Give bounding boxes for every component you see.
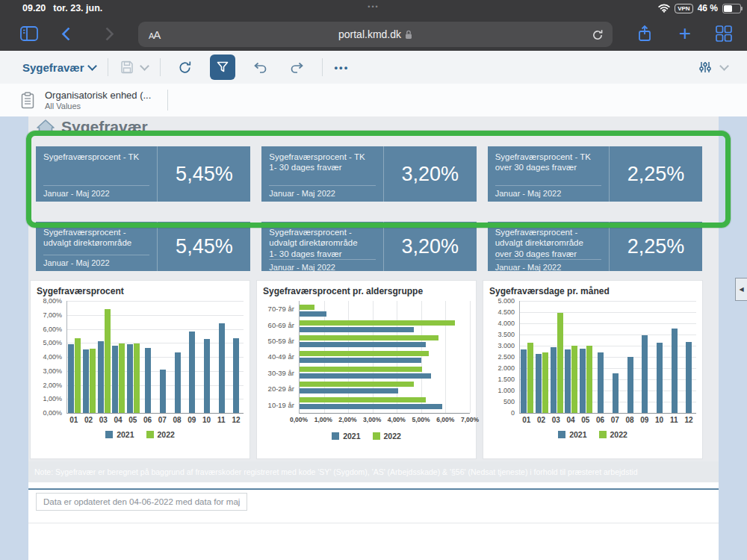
kpi-period: Januar - Maj 2022 <box>495 185 601 198</box>
kpi-card[interactable]: Sygefraværsprocent -udvalgt direktørområ… <box>261 222 476 271</box>
kpi-card[interactable]: Sygefraværsprocent - TKJanuar - Maj 2022… <box>36 146 250 202</box>
chart-panel[interactable]: Sygefraværsdage pr. måned 5.0004.5004.00… <box>483 280 703 459</box>
filter-value: All Values <box>45 102 151 111</box>
status-bar: 09.20 tor. 23. jun. ••• VPN 46 % <box>0 0 747 16</box>
tabs-icon[interactable] <box>711 21 737 46</box>
redo-button[interactable] <box>285 55 310 80</box>
report-content: Sygefravær Sygefraværsprocent - TKJanuar… <box>0 116 747 560</box>
data-updated-label: Data er opdateret den 04-06-2022 med dat… <box>36 493 247 511</box>
legend-item[interactable]: 2022 <box>373 432 401 441</box>
toolbar-divider <box>322 58 323 76</box>
y-axis: 8,00%7,00%6,00%5,00%4,00%3,00%2,00%1,00%… <box>37 301 66 413</box>
kpi-title: Sygefraværsprocent -udvalgt direktørområ… <box>495 227 601 259</box>
kpi-title: Sygefraværsprocent - TK1- 30 dages fravæ… <box>269 152 375 185</box>
share-icon[interactable] <box>632 21 657 46</box>
chart-panel[interactable]: Sygefraværsprocent 8,00%7,00%6,00%5,00%4… <box>30 280 250 459</box>
note-text: Note: Sygefravær er beregnet på baggrund… <box>34 467 638 476</box>
reload-icon[interactable] <box>590 28 605 43</box>
kpi-value: 2,25% <box>627 235 685 258</box>
kpi-card[interactable]: Sygefraværsprocent - TK1- 30 dages fravæ… <box>261 146 476 202</box>
chart-panel[interactable]: Sygefraværsprocent pr. aldersgruppe 70-7… <box>256 280 477 459</box>
legend-item[interactable]: 2022 <box>146 430 175 439</box>
bar <box>83 349 89 413</box>
chart-legend: 20212022 <box>37 430 244 439</box>
url-text: portal.kmd.dk <box>338 28 401 40</box>
bar <box>627 357 633 413</box>
footer-divider <box>28 488 719 490</box>
filter-org-unit[interactable]: Organisatorisk enhed (... All Values <box>21 90 151 111</box>
y-axis: 5.0004.5004.0003.5003.0002.5002.0001.500… <box>489 301 519 413</box>
kpi-card[interactable]: Sygefraværsprocent -udvalgt direktørområ… <box>36 222 250 271</box>
bar <box>204 339 210 413</box>
bar <box>160 370 166 414</box>
plot-area <box>519 301 696 414</box>
save-icon <box>120 60 134 74</box>
page-title: Sygefravær <box>61 118 148 136</box>
collapse-arrow-icon[interactable]: ◀ <box>735 278 747 301</box>
kpi-card[interactable]: Sygefraværsprocent - TKover 30 dages fra… <box>488 146 702 202</box>
browser-chrome: 09.20 tor. 23. jun. ••• VPN 46 % <box>0 0 747 51</box>
bar <box>300 382 414 387</box>
safari-toolbar: AA portal.kmd.dk <box>0 16 747 51</box>
bar <box>98 341 104 413</box>
bar <box>686 342 692 413</box>
refresh-button[interactable] <box>173 55 198 80</box>
kpi-value: 2,25% <box>627 163 685 186</box>
home-icon <box>36 119 55 135</box>
filter-button[interactable] <box>210 55 235 80</box>
chart-legend: 20212022 <box>263 432 470 441</box>
app-toolbar: Sygefravær <box>0 51 747 84</box>
bar <box>542 352 548 413</box>
view-settings-button[interactable] <box>698 60 728 74</box>
bar <box>300 320 455 326</box>
new-tab-icon[interactable]: + <box>672 21 698 46</box>
bar <box>586 346 592 413</box>
kpi-title: Sygefraværsprocent -udvalgt direktørområ… <box>43 227 149 255</box>
wifi-icon <box>658 4 670 13</box>
kpi-value: 5,45% <box>176 163 233 186</box>
y-axis: 70-79 år60-69 år50-59 år40-49 år30-39 år… <box>263 301 299 413</box>
kpi-value: 3,20% <box>401 163 459 186</box>
bar <box>145 348 151 413</box>
kpi-period: Januar - Maj 2022 <box>495 259 601 272</box>
legend-item[interactable]: 2021 <box>558 430 586 439</box>
bar <box>68 344 74 413</box>
kpi-title: Sygefraværsprocent - TK <box>43 152 149 185</box>
charts-row: Sygefraværsprocent 8,00%7,00%6,00%5,00%4… <box>30 280 703 459</box>
refresh-icon <box>178 60 192 75</box>
save-button[interactable] <box>120 60 148 74</box>
bar <box>300 397 426 402</box>
bar <box>75 338 81 413</box>
kpi-title: Sygefraværsprocent -udvalgt direktørområ… <box>269 227 375 259</box>
bar <box>127 344 133 413</box>
kpi-card[interactable]: Sygefraværsprocent -udvalgt direktørområ… <box>488 222 702 271</box>
more-button[interactable]: ••• <box>335 62 350 73</box>
address-bar[interactable]: AA portal.kmd.dk <box>138 22 613 47</box>
report-selector[interactable]: Sygefravær <box>22 61 96 74</box>
toolbar-divider <box>160 58 161 76</box>
kpi-value: 5,45% <box>176 235 233 258</box>
battery-percent: 46 % <box>698 3 718 13</box>
bar <box>300 335 438 340</box>
filter-bar: Organisatorisk enhed (... All Values <box>0 84 747 117</box>
legend-item[interactable]: 2022 <box>599 430 627 439</box>
x-axis: 010203040506070809101112 <box>519 416 696 424</box>
legend-item[interactable]: 2021 <box>332 432 360 441</box>
back-icon[interactable] <box>55 21 81 46</box>
forward-icon[interactable] <box>94 21 120 46</box>
bar <box>613 373 619 413</box>
chart-title: Sygefraværsdage pr. måned <box>489 286 696 296</box>
bar <box>119 343 125 413</box>
filter-divider <box>167 90 168 111</box>
undo-button[interactable] <box>247 55 273 80</box>
chevron-down-icon <box>140 61 149 71</box>
bar <box>300 351 429 356</box>
kpi-period: Januar - Maj 2022 <box>269 259 375 272</box>
legend-item[interactable]: 2021 <box>105 430 134 439</box>
bar <box>598 352 604 413</box>
plot-area <box>299 301 470 414</box>
bar <box>233 338 239 413</box>
bar <box>536 354 542 413</box>
sidebar-icon[interactable] <box>16 21 42 46</box>
bar <box>300 305 314 310</box>
